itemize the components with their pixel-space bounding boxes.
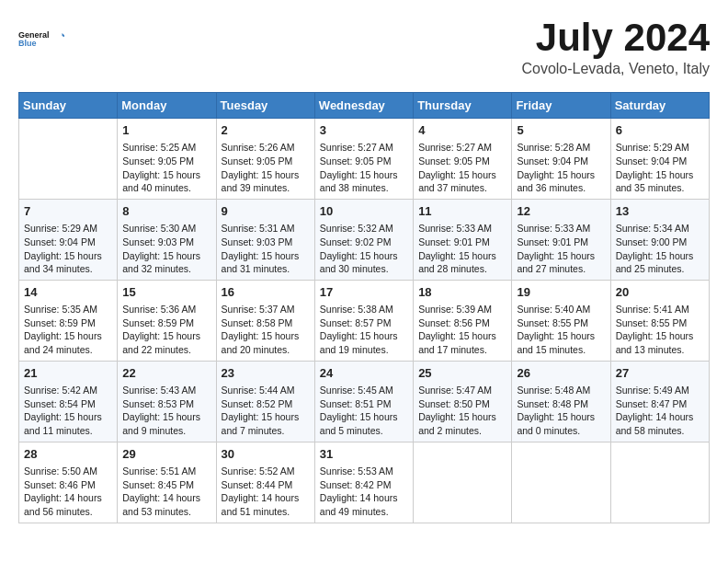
day-info: Sunrise: 5:49 AM Sunset: 8:47 PM Dayligh…: [616, 384, 704, 438]
day-number: 13: [616, 203, 704, 220]
day-number: 3: [320, 122, 408, 139]
day-cell: 15Sunrise: 5:36 AM Sunset: 8:59 PM Dayli…: [118, 280, 216, 361]
day-info: Sunrise: 5:44 AM Sunset: 8:52 PM Dayligh…: [222, 384, 310, 438]
day-info: Sunrise: 5:50 AM Sunset: 8:46 PM Dayligh…: [24, 465, 112, 519]
day-number: 10: [320, 203, 408, 220]
day-cell: 24Sunrise: 5:45 AM Sunset: 8:51 PM Dayli…: [314, 361, 413, 442]
week-row-5: 28Sunrise: 5:50 AM Sunset: 8:46 PM Dayli…: [19, 442, 710, 523]
day-number: 9: [222, 203, 310, 220]
day-info: Sunrise: 5:29 AM Sunset: 9:04 PM Dayligh…: [24, 222, 112, 276]
calendar-table: SundayMondayTuesdayWednesdayThursdayFrid…: [18, 92, 710, 523]
day-info: Sunrise: 5:32 AM Sunset: 9:02 PM Dayligh…: [320, 222, 408, 276]
title-area: July 2024 Covolo-Levada, Veneto, Italy: [521, 18, 710, 77]
day-info: Sunrise: 5:25 AM Sunset: 9:05 PM Dayligh…: [122, 141, 210, 195]
page-header: General Blue July 2024 Covolo-Levada, Ve…: [18, 18, 710, 77]
day-number: 6: [616, 122, 704, 139]
day-cell: 1Sunrise: 5:25 AM Sunset: 9:05 PM Daylig…: [118, 119, 216, 200]
day-info: Sunrise: 5:52 AM Sunset: 8:44 PM Dayligh…: [222, 465, 310, 519]
day-cell: [19, 119, 118, 200]
day-info: Sunrise: 5:51 AM Sunset: 8:45 PM Dayligh…: [122, 465, 210, 519]
day-cell: 10Sunrise: 5:32 AM Sunset: 9:02 PM Dayli…: [314, 199, 413, 280]
svg-text:General: General: [18, 30, 50, 40]
day-cell: 31Sunrise: 5:53 AM Sunset: 8:42 PM Dayli…: [314, 442, 413, 523]
day-info: Sunrise: 5:41 AM Sunset: 8:55 PM Dayligh…: [616, 303, 704, 357]
day-cell: 25Sunrise: 5:47 AM Sunset: 8:50 PM Dayli…: [414, 361, 512, 442]
day-cell: 26Sunrise: 5:48 AM Sunset: 8:48 PM Dayli…: [512, 361, 610, 442]
day-cell: 16Sunrise: 5:37 AM Sunset: 8:58 PM Dayli…: [216, 280, 314, 361]
day-number: 15: [122, 284, 210, 301]
day-info: Sunrise: 5:36 AM Sunset: 8:59 PM Dayligh…: [122, 303, 210, 357]
day-number: 26: [517, 365, 605, 382]
day-number: 18: [418, 284, 506, 301]
day-info: Sunrise: 5:39 AM Sunset: 8:56 PM Dayligh…: [418, 303, 506, 357]
day-number: 11: [418, 203, 506, 220]
day-number: 22: [122, 365, 210, 382]
svg-text:Blue: Blue: [18, 39, 37, 48]
col-header-tuesday: Tuesday: [216, 93, 314, 119]
col-header-thursday: Thursday: [414, 93, 512, 119]
week-row-3: 14Sunrise: 5:35 AM Sunset: 8:59 PM Dayli…: [19, 280, 710, 361]
day-info: Sunrise: 5:27 AM Sunset: 9:05 PM Dayligh…: [320, 141, 408, 195]
day-info: Sunrise: 5:27 AM Sunset: 9:05 PM Dayligh…: [418, 141, 506, 195]
day-cell: 5Sunrise: 5:28 AM Sunset: 9:04 PM Daylig…: [512, 119, 610, 200]
day-info: Sunrise: 5:35 AM Sunset: 8:59 PM Dayligh…: [24, 303, 112, 357]
day-info: Sunrise: 5:42 AM Sunset: 8:54 PM Dayligh…: [24, 384, 112, 438]
day-cell: 8Sunrise: 5:30 AM Sunset: 9:03 PM Daylig…: [118, 199, 216, 280]
day-info: Sunrise: 5:47 AM Sunset: 8:50 PM Dayligh…: [418, 384, 506, 438]
week-row-2: 7Sunrise: 5:29 AM Sunset: 9:04 PM Daylig…: [19, 199, 710, 280]
logo-svg: General Blue: [18, 18, 64, 59]
day-cell: 11Sunrise: 5:33 AM Sunset: 9:01 PM Dayli…: [414, 199, 512, 280]
day-number: 8: [122, 203, 210, 220]
day-info: Sunrise: 5:37 AM Sunset: 8:58 PM Dayligh…: [222, 303, 310, 357]
week-row-1: 1Sunrise: 5:25 AM Sunset: 9:05 PM Daylig…: [19, 119, 710, 200]
day-number: 29: [122, 446, 210, 463]
day-cell: 7Sunrise: 5:29 AM Sunset: 9:04 PM Daylig…: [19, 199, 118, 280]
day-cell: 27Sunrise: 5:49 AM Sunset: 8:47 PM Dayli…: [610, 361, 709, 442]
day-number: 12: [517, 203, 605, 220]
day-number: 28: [24, 446, 112, 463]
day-number: 1: [122, 122, 210, 139]
day-number: 23: [222, 365, 310, 382]
day-info: Sunrise: 5:31 AM Sunset: 9:03 PM Dayligh…: [222, 222, 310, 276]
day-number: 4: [418, 122, 506, 139]
day-cell: 29Sunrise: 5:51 AM Sunset: 8:45 PM Dayli…: [118, 442, 216, 523]
logo: General Blue: [18, 18, 64, 59]
day-cell: 3Sunrise: 5:27 AM Sunset: 9:05 PM Daylig…: [314, 119, 413, 200]
week-row-4: 21Sunrise: 5:42 AM Sunset: 8:54 PM Dayli…: [19, 361, 710, 442]
location-title: Covolo-Levada, Veneto, Italy: [521, 61, 710, 77]
day-cell: 30Sunrise: 5:52 AM Sunset: 8:44 PM Dayli…: [216, 442, 314, 523]
day-info: Sunrise: 5:26 AM Sunset: 9:05 PM Dayligh…: [222, 141, 310, 195]
day-number: 25: [418, 365, 506, 382]
day-number: 7: [24, 203, 112, 220]
col-header-friday: Friday: [512, 93, 610, 119]
day-info: Sunrise: 5:30 AM Sunset: 9:03 PM Dayligh…: [122, 222, 210, 276]
month-title: July 2024: [521, 18, 710, 57]
col-header-monday: Monday: [118, 93, 216, 119]
day-cell: 23Sunrise: 5:44 AM Sunset: 8:52 PM Dayli…: [216, 361, 314, 442]
day-cell: 6Sunrise: 5:29 AM Sunset: 9:04 PM Daylig…: [610, 119, 709, 200]
svg-marker-2: [63, 33, 65, 39]
day-info: Sunrise: 5:53 AM Sunset: 8:42 PM Dayligh…: [320, 465, 408, 519]
day-cell: [414, 442, 512, 523]
day-cell: 12Sunrise: 5:33 AM Sunset: 9:01 PM Dayli…: [512, 199, 610, 280]
day-cell: 17Sunrise: 5:38 AM Sunset: 8:57 PM Dayli…: [314, 280, 413, 361]
day-cell: 22Sunrise: 5:43 AM Sunset: 8:53 PM Dayli…: [118, 361, 216, 442]
day-number: 31: [320, 446, 408, 463]
day-number: 14: [24, 284, 112, 301]
day-number: 17: [320, 284, 408, 301]
day-cell: 21Sunrise: 5:42 AM Sunset: 8:54 PM Dayli…: [19, 361, 118, 442]
day-cell: 13Sunrise: 5:34 AM Sunset: 9:00 PM Dayli…: [610, 199, 709, 280]
day-cell: 4Sunrise: 5:27 AM Sunset: 9:05 PM Daylig…: [414, 119, 512, 200]
day-info: Sunrise: 5:34 AM Sunset: 9:00 PM Dayligh…: [616, 222, 704, 276]
day-info: Sunrise: 5:28 AM Sunset: 9:04 PM Dayligh…: [517, 141, 605, 195]
day-number: 19: [517, 284, 605, 301]
day-number: 20: [616, 284, 704, 301]
day-cell: 20Sunrise: 5:41 AM Sunset: 8:55 PM Dayli…: [610, 280, 709, 361]
day-info: Sunrise: 5:38 AM Sunset: 8:57 PM Dayligh…: [320, 303, 408, 357]
day-number: 24: [320, 365, 408, 382]
day-info: Sunrise: 5:45 AM Sunset: 8:51 PM Dayligh…: [320, 384, 408, 438]
col-header-sunday: Sunday: [19, 93, 118, 119]
day-number: 30: [222, 446, 310, 463]
day-number: 2: [222, 122, 310, 139]
col-header-saturday: Saturday: [610, 93, 709, 119]
